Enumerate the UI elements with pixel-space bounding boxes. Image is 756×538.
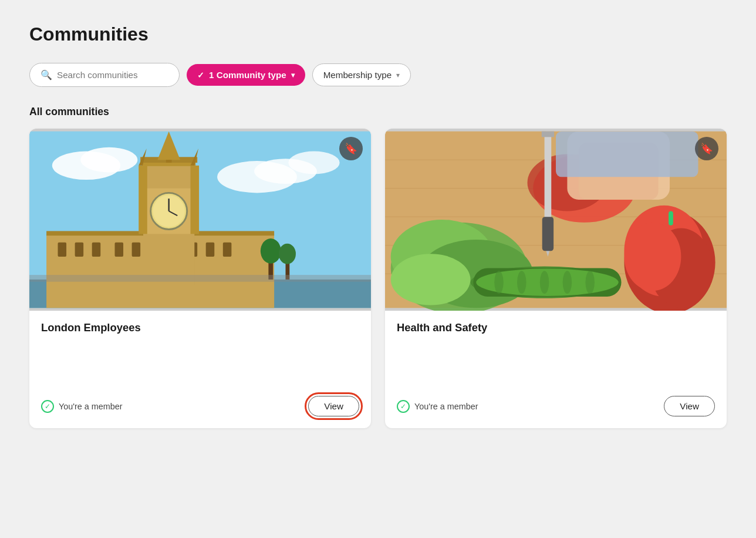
svg-point-53 — [585, 271, 595, 294]
bookmark-button-london[interactable]: 🔖 — [339, 137, 363, 160]
chevron-down-icon: ▾ — [291, 71, 295, 79]
bookmark-icon-health: 🔖 — [700, 143, 713, 155]
check-icon: ✓ — [197, 70, 204, 80]
community-card-health: 🔖 Health and Safety ✓ You're a member Vi… — [385, 129, 727, 428]
svg-rect-69 — [542, 217, 554, 251]
svg-point-50 — [517, 271, 526, 294]
card-title-health: Health and Safety — [397, 321, 715, 334]
svg-rect-35 — [29, 275, 371, 282]
cooking-illustration — [385, 129, 727, 311]
community-card-london: 🔖 London Employees ✓ You're a member Vie… — [29, 129, 371, 428]
london-illustration — [29, 129, 371, 311]
svg-point-2 — [80, 147, 137, 173]
member-badge-health: ✓ You're a member — [397, 400, 478, 413]
svg-rect-26 — [166, 160, 172, 163]
svg-point-32 — [261, 238, 281, 264]
svg-rect-12 — [115, 243, 124, 257]
card-footer-health: ✓ You're a member View — [397, 396, 715, 416]
card-body-london: London Employees ✓ You're a member View — [29, 311, 371, 428]
svg-rect-10 — [75, 243, 84, 257]
member-label-london: You're a member — [59, 402, 123, 411]
view-button-highlight: View — [308, 396, 359, 416]
community-type-label: 1 Community type — [209, 70, 286, 80]
communities-grid: 🔖 London Employees ✓ You're a member Vie… — [29, 129, 727, 428]
member-badge-london: ✓ You're a member — [41, 400, 123, 413]
view-button-london[interactable]: View — [308, 396, 359, 416]
page-title: Communities — [29, 23, 727, 45]
search-box[interactable]: 🔍 — [29, 63, 180, 87]
svg-rect-67 — [542, 132, 554, 137]
svg-point-60 — [624, 223, 681, 291]
section-title: All communities — [29, 106, 727, 118]
svg-point-34 — [279, 244, 296, 264]
card-title-london: London Employees — [41, 321, 359, 334]
svg-point-49 — [494, 271, 504, 294]
chevron-down-icon: ▾ — [396, 71, 400, 79]
svg-rect-70 — [556, 132, 698, 177]
svg-rect-16 — [223, 243, 232, 257]
card-body-health: Health and Safety ✓ You're a member View — [385, 311, 727, 428]
card-image-london: 🔖 — [29, 129, 371, 311]
member-check-icon: ✓ — [41, 400, 54, 413]
card-footer-london: ✓ You're a member View — [41, 396, 359, 416]
membership-type-filter[interactable]: Membership type ▾ — [312, 63, 411, 86]
bookmark-icon: 🔖 — [345, 143, 357, 155]
community-type-filter[interactable]: ✓ 1 Community type ▾ — [187, 64, 305, 86]
membership-type-label: Membership type — [323, 70, 392, 80]
member-check-icon-health: ✓ — [397, 400, 410, 413]
svg-rect-19 — [142, 163, 195, 166]
svg-rect-13 — [132, 243, 141, 257]
svg-rect-11 — [92, 243, 101, 257]
svg-point-52 — [563, 271, 572, 294]
svg-rect-9 — [58, 243, 67, 257]
svg-point-5 — [288, 152, 339, 174]
bookmark-button-health[interactable]: 🔖 — [695, 137, 718, 160]
view-button-health[interactable]: View — [664, 396, 715, 416]
svg-rect-27 — [139, 166, 147, 234]
search-input[interactable] — [57, 70, 168, 80]
filters-bar: 🔍 ✓ 1 Community type ▾ Membership type ▾ — [29, 63, 727, 87]
member-label-health: You're a member — [414, 402, 478, 411]
search-icon: 🔍 — [41, 69, 52, 80]
svg-point-51 — [540, 271, 549, 294]
card-image-health: 🔖 — [385, 129, 727, 311]
svg-rect-15 — [206, 243, 215, 257]
svg-rect-28 — [191, 166, 200, 234]
svg-rect-61 — [669, 211, 673, 225]
svg-point-45 — [391, 254, 471, 305]
